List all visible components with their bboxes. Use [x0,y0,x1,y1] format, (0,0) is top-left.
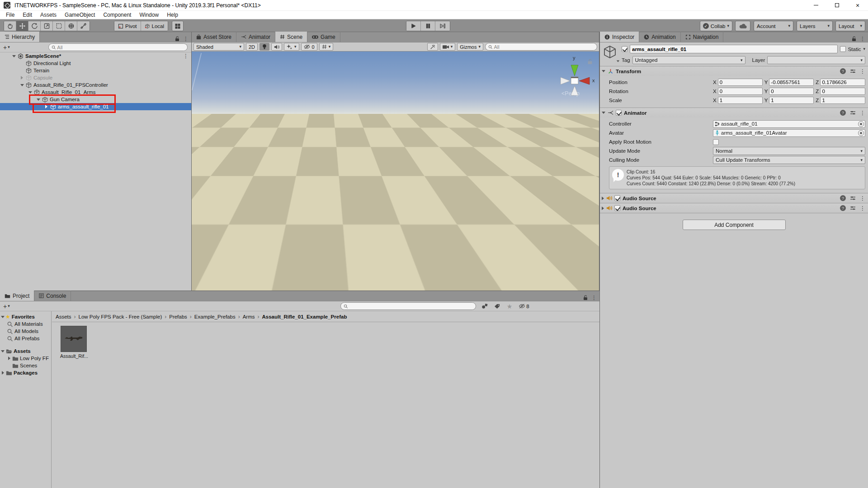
gizmos-dropdown[interactable]: Gizmos ▾ [457,43,483,51]
rect-tool-button[interactable] [53,21,65,31]
foldout-arrow-icon[interactable] [43,105,49,108]
rotate-tool-button[interactable] [28,21,41,31]
hidden-packages-toggle[interactable]: 8 [519,304,529,309]
kebab-menu-icon[interactable]: ⋮ [860,68,865,75]
scene-search-input[interactable] [494,44,594,50]
breadcrumb-prefabs[interactable]: Prefabs [169,314,187,319]
foldout-arrow-icon[interactable] [602,197,604,200]
active-checkbox[interactable] [622,46,627,52]
minimize-button[interactable] [806,0,826,10]
foldout-arrow-icon[interactable] [35,99,41,101]
tag-dropdown[interactable]: Untagged ▾ [632,56,745,64]
object-picker-icon[interactable] [858,130,864,136]
tab-animator[interactable]: Animator [236,32,275,42]
foldout-arrow-icon[interactable] [19,76,25,80]
tab-hierarchy[interactable]: Hierarchy [0,32,40,42]
controller-object-field[interactable]: assault_rifle_01 [713,120,865,128]
tab-scene[interactable]: Scene [275,32,307,42]
asset-item[interactable]: Assault_Rif... [60,326,87,359]
scene-tools-button[interactable] [427,43,438,51]
lock-icon[interactable] [852,36,856,42]
grid-visibility-dropdown[interactable]: ▾ [319,43,334,51]
presets-icon[interactable] [850,110,856,115]
effects-dropdown[interactable]: ▾ [284,43,299,51]
custom-tool-button[interactable] [77,21,90,31]
tab-navigation[interactable]: Navigation [681,32,724,42]
audio-toggle[interactable] [271,43,282,51]
breadcrumb-current[interactable]: Assault_Rifle_01_Example_Prefab [262,314,347,319]
folder-low-poly[interactable]: Low Poly FF [0,355,51,362]
add-component-button[interactable]: Add Component [683,220,786,230]
transform-header[interactable]: Transform ? ⋮ [600,66,868,76]
tab-asset-store[interactable]: Asset Store [192,32,236,42]
kebab-menu-icon[interactable]: ⋮ [591,295,597,301]
foldout-arrow-icon[interactable] [0,371,5,375]
chevron-down-icon[interactable]: ▾ [863,47,865,51]
layout-dropdown[interactable]: Layout ▾ [835,21,865,31]
create-button[interactable]: +▾ [2,44,11,51]
tab-console[interactable]: Console [34,291,71,301]
foldout-arrow-icon[interactable] [602,112,605,114]
draw-mode-dropdown[interactable]: Shaded ▾ [193,43,244,51]
rotation-x-field[interactable] [718,88,763,95]
foldout-arrow-icon[interactable] [0,350,5,352]
axis-x-cone[interactable] [579,77,590,84]
scale-y-field[interactable] [769,97,814,104]
menu-help[interactable]: Help [163,12,182,18]
avatar-object-field[interactable]: arms_assault_rifle_01Avatar [713,129,865,137]
help-icon[interactable]: ? [840,68,846,74]
presets-icon[interactable] [850,69,856,74]
2d-toggle[interactable]: 2D [246,43,258,51]
position-z-field[interactable] [820,79,865,86]
lock-icon[interactable] [175,36,179,42]
breadcrumb-arms[interactable]: Arms [243,314,255,319]
breadcrumb-pack[interactable]: Low Poly FPS Pack - Free (Sample) [79,314,162,319]
audio-enabled-checkbox[interactable] [614,195,620,201]
help-icon[interactable]: ? [840,195,846,201]
move-tool-button[interactable] [16,21,28,31]
animator-enabled-checkbox[interactable] [616,110,622,116]
culling-mode-dropdown[interactable]: Cull Update Transforms ▾ [713,156,865,164]
foldout-arrow-icon[interactable] [11,55,17,57]
gameobject-icon-area[interactable] [603,45,619,64]
hierarchy-search[interactable] [48,43,188,51]
foldout-arrow-icon[interactable] [602,206,604,210]
gameobject-name-field[interactable] [630,45,838,53]
hierarchy-row-scene[interactable]: SampleScene* ⋮ [0,52,191,60]
hierarchy-row-terrain[interactable]: Terrain [0,67,191,74]
breadcrumb-example-prefabs[interactable]: Example_Prefabs [194,314,236,319]
hierarchy-row-gun-camera[interactable]: Gun Camera [0,96,191,103]
step-button[interactable] [435,21,450,31]
kebab-menu-icon[interactable]: ⋮ [860,205,865,211]
hierarchy-row-directional-light[interactable]: Directional Light [0,60,191,67]
folder-assets[interactable]: Assets [0,347,51,355]
static-checkbox[interactable] [840,46,846,52]
kebab-menu-icon[interactable]: ⋮ [860,195,865,202]
hierarchy-row-fpscontroller[interactable]: Assault_Rifle_01_FPSController [0,81,191,89]
presets-icon[interactable] [850,196,856,201]
hierarchy-search-input[interactable] [57,45,184,50]
transform-tool-button[interactable] [65,21,77,31]
layers-dropdown[interactable]: Layers ▾ [797,21,833,31]
maximize-button[interactable] [826,0,847,10]
grid-snap-button[interactable] [172,21,183,31]
presets-icon[interactable] [850,206,856,211]
foldout-arrow-icon[interactable] [27,91,33,94]
pause-button[interactable] [421,21,435,31]
hierarchy-row-arms[interactable]: Assault_Rifle_01_Arms [0,89,191,96]
animator-header[interactable]: Animator ? ⋮ [600,108,868,117]
audio-source-2-header[interactable]: Audio Source ? ⋮ [600,203,868,213]
folder-packages[interactable]: Packages [0,369,51,376]
favorites-all-prefabs[interactable]: All Prefabs [0,335,51,342]
rotation-z-field[interactable] [820,88,865,95]
update-mode-dropdown[interactable]: Normal ▾ [713,147,865,155]
menu-gameobject[interactable]: GameObject [61,12,99,18]
position-x-field[interactable] [718,79,763,86]
kebab-menu-icon[interactable]: ⋮ [860,110,865,116]
audio-source-1-header[interactable]: Audio Source ? ⋮ [600,193,868,203]
account-dropdown[interactable]: Account ▾ [754,21,793,31]
scene-camera-dropdown[interactable]: ▾ [440,43,456,51]
help-icon[interactable]: ? [840,205,846,211]
scene-search[interactable] [485,43,597,51]
foldout-arrow-icon[interactable] [0,316,5,318]
